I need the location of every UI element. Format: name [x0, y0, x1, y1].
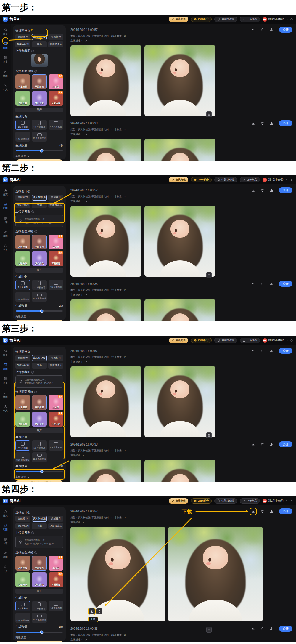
ratio-chip-4[interactable]: 16:9 电脑壁纸	[32, 452, 47, 462]
style-thumb-5[interactable]: 限免可爱圣诞	[49, 572, 63, 587]
style-thumb-1[interactable]: 平面插画	[32, 395, 47, 410]
ratio-chip-1[interactable]: 1:2 手机屏幕	[32, 280, 47, 290]
download-icon-button[interactable]	[251, 627, 255, 631]
mobile-app-button[interactable]: 体验移动端	[214, 17, 237, 22]
what-button-2[interactable]: 美感提升	[48, 34, 63, 40]
ratio-chip-0[interactable]: 1:1 头像图	[15, 601, 30, 611]
chevron-down-icon[interactable]	[286, 18, 289, 21]
ratio-chip-4[interactable]: 16:9 电脑壁纸	[32, 132, 47, 142]
quantity-slider[interactable]	[16, 150, 63, 151]
note-icon-button[interactable]	[206, 627, 212, 633]
style-thumb-5[interactable]: 限免可爱圣诞	[49, 251, 63, 266]
mobile-app-button[interactable]: 体验移动端	[214, 498, 237, 504]
publish-button[interactable]: 公开	[279, 508, 292, 514]
delete-icon-button[interactable]	[260, 627, 264, 631]
recharge-button[interactable]: 会员充值	[169, 17, 188, 22]
publish-button[interactable]: 公开	[279, 626, 292, 632]
expand-button[interactable]: 展开	[15, 268, 63, 273]
what-button-1[interactable]: 真人转动漫	[32, 34, 47, 40]
what-button-1[interactable]: 真人转动漫	[32, 195, 47, 201]
ratio-chip-0[interactable]: 1:1 头像图	[15, 120, 30, 130]
advanced-settings[interactable]: 高级设置	[15, 315, 63, 318]
ratio-chip-2[interactable]: 4:3 文章配图	[49, 120, 63, 130]
style-thumb-2[interactable]: 限免二次元	[49, 556, 63, 571]
what-button-4[interactable]: 电商	[32, 363, 47, 369]
download-icon-button[interactable]	[251, 28, 255, 32]
style-thumb-4[interactable]: 梦幻少女	[32, 251, 47, 266]
what-button-3[interactable]: 自媒体配图	[15, 41, 30, 47]
ratio-chip-3[interactable]: 9:16 宣传海报	[15, 132, 30, 142]
recharge-button[interactable]: 会员充值	[169, 177, 188, 182]
note-icon-button[interactable]	[206, 111, 212, 117]
upload-work-button[interactable]: 上传作品	[240, 177, 260, 182]
user-menu[interactable]: 甜C的小窝喔n	[263, 178, 293, 182]
what-button-2[interactable]: 美感提升	[48, 516, 63, 522]
publish-button[interactable]: 公开	[279, 120, 292, 126]
style-thumb-0[interactable]: AI漫画脸	[15, 74, 30, 89]
style-thumb-4[interactable]: 梦幻少女	[32, 572, 47, 587]
slider-thumb[interactable]	[40, 149, 43, 153]
sidebar-item-retouch[interactable]: 修图	[3, 70, 8, 77]
ratio-chip-4[interactable]: 16:9 电脑壁纸	[32, 613, 47, 623]
image-download-button[interactable]	[89, 608, 95, 614]
publish-button[interactable]: 公开	[279, 281, 292, 287]
ratio-chip-2[interactable]: 4:3 文章配图	[49, 440, 63, 451]
recharge-button[interactable]: 会员充值	[169, 498, 188, 504]
report-icon-button[interactable]	[270, 627, 274, 631]
download-icon-button[interactable]	[251, 510, 255, 513]
sidebar-item-copywriting[interactable]: 文案	[3, 537, 8, 545]
sidebar-item-retouch[interactable]: 修图	[3, 230, 8, 238]
edit-pencil-icon[interactable]	[85, 200, 88, 203]
generate-button[interactable]: 会员高速生成图片(消耗2积分)	[15, 159, 63, 161]
style-thumb-4[interactable]: 梦幻少女	[32, 91, 47, 106]
report-icon-button[interactable]	[270, 28, 274, 32]
delete-icon-button[interactable]	[260, 349, 264, 353]
sidebar-item-profile[interactable]: 个人	[3, 84, 8, 91]
upload-work-button[interactable]: 上传作品	[240, 17, 260, 22]
style-thumb-3[interactable]: Q版头像	[15, 572, 30, 587]
edit-pencil-icon[interactable]	[85, 133, 88, 136]
style-thumb-3[interactable]: Q版头像	[15, 412, 30, 427]
publish-button[interactable]: 公开	[279, 441, 292, 447]
slider-thumb[interactable]	[40, 470, 43, 473]
power-icon[interactable]	[290, 178, 293, 181]
user-menu[interactable]: 甜C的小窝喔n	[263, 499, 293, 503]
recharge-button[interactable]: 会员充值	[169, 338, 188, 343]
power-icon[interactable]	[290, 499, 293, 502]
delete-icon-button[interactable]	[260, 188, 264, 192]
ratio-chip-2[interactable]: 4:3 文章配图	[49, 280, 63, 290]
edit-pencil-icon[interactable]	[85, 638, 88, 641]
user-menu[interactable]: 甜C的小窝喔n	[263, 17, 293, 22]
sidebar-item-copywriting[interactable]: 文案	[3, 216, 8, 224]
download-icon-button[interactable]	[251, 188, 255, 192]
ratio-chip-4[interactable]: 16:9 电脑壁纸	[32, 292, 47, 302]
what-button-0[interactable]: 智能推荐	[15, 516, 30, 522]
sidebar-item-retouch[interactable]: 修图	[3, 551, 8, 559]
sidebar-item-draw[interactable]: 绘图	[3, 202, 8, 210]
sidebar-item-profile[interactable]: 个人	[3, 405, 8, 412]
note-icon-button[interactable]	[206, 272, 212, 278]
mobile-app-button[interactable]: 体验移动端	[214, 177, 237, 182]
style-thumb-0[interactable]: AI漫画脸	[15, 235, 30, 249]
delete-icon-button[interactable]	[260, 121, 264, 125]
report-icon-button[interactable]	[270, 121, 274, 125]
chevron-down-icon[interactable]	[286, 339, 289, 342]
slider-thumb[interactable]	[40, 310, 43, 313]
quantity-slider[interactable]	[16, 471, 63, 472]
chevron-down-icon[interactable]	[286, 178, 289, 181]
edit-pencil-icon[interactable]	[85, 454, 88, 457]
sidebar-item-draw[interactable]: 绘图	[3, 363, 8, 371]
what-button-3[interactable]: 自媒体配图	[15, 523, 30, 529]
generate-button[interactable]: 会员高速生成图片(消耗2积分)	[15, 480, 63, 482]
style-thumb-2[interactable]: 限免二次元	[49, 74, 63, 89]
power-icon[interactable]	[290, 339, 293, 342]
delete-icon-button[interactable]	[260, 28, 264, 32]
delete-icon-button[interactable]	[260, 510, 264, 513]
edit-pencil-icon[interactable]	[85, 521, 88, 524]
ratio-chip-3[interactable]: 9:16 宣传海报	[15, 613, 30, 623]
sidebar-item-home[interactable]: 首页	[3, 28, 8, 36]
sidebar-item-home[interactable]: 首页	[3, 188, 8, 196]
generate-button[interactable]: 会员高速生成图片(消耗2积分)	[15, 641, 63, 642]
ratio-chip-1[interactable]: 1:2 手机屏幕	[32, 601, 47, 611]
sidebar-item-profile[interactable]: 个人	[3, 565, 8, 573]
